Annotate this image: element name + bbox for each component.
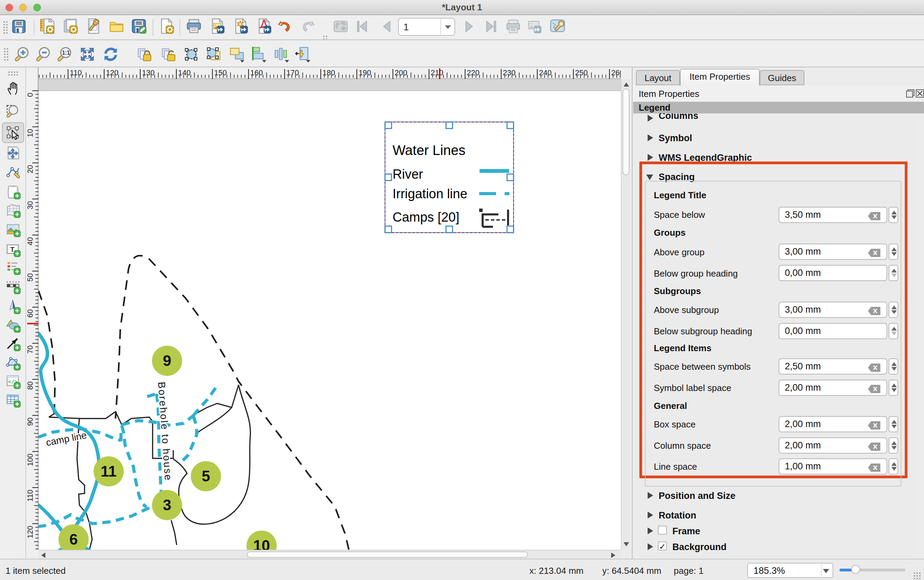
- svg-text:30: 30: [26, 201, 35, 209]
- svg-text:100: 100: [26, 453, 35, 466]
- svg-text:6: 6: [69, 531, 78, 548]
- svg-text:110: 110: [26, 489, 35, 502]
- svg-text:10: 10: [26, 129, 35, 137]
- svg-text:11: 11: [101, 463, 117, 479]
- svg-text:1: 1: [404, 22, 409, 32]
- svg-text:10: 10: [253, 537, 270, 550]
- svg-text:3: 3: [163, 496, 171, 513]
- svg-text:Camps [20]: Camps [20]: [393, 210, 459, 224]
- svg-text:Irrigation line: Irrigation line: [393, 186, 467, 201]
- svg-text:90: 90: [26, 417, 35, 426]
- svg-text:80: 80: [26, 381, 35, 390]
- svg-text:0: 0: [26, 93, 35, 97]
- svg-text:60: 60: [26, 309, 35, 318]
- svg-text:5: 5: [202, 468, 210, 484]
- svg-text:Water Lines: Water Lines: [393, 143, 465, 158]
- svg-text:260: 260: [611, 68, 621, 77]
- svg-text:40: 40: [26, 237, 35, 246]
- svg-text:50: 50: [26, 273, 35, 282]
- svg-text:1:1: 1:1: [62, 50, 70, 56]
- svg-text:70: 70: [26, 345, 35, 354]
- svg-text:120: 120: [26, 526, 35, 539]
- svg-text:River: River: [393, 167, 423, 181]
- svg-text:9: 9: [163, 352, 171, 369]
- svg-text:20: 20: [26, 165, 35, 173]
